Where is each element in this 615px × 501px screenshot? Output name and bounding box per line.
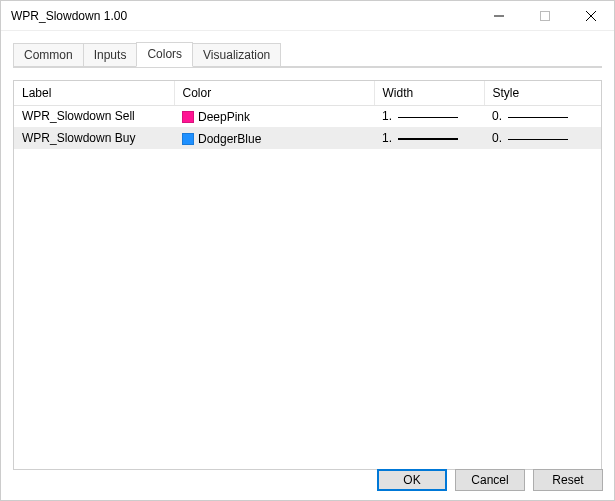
title-bar: WPR_Slowdown 1.00 xyxy=(1,1,614,31)
reset-button[interactable]: Reset xyxy=(533,469,603,491)
line-width-sample-icon xyxy=(398,117,458,118)
colors-grid[interactable]: Label Color Width Style WPR_Slowdown Sel… xyxy=(13,80,602,470)
style-value: 0. xyxy=(492,131,502,145)
cell-style[interactable]: 0. xyxy=(484,106,601,128)
width-value: 1. xyxy=(382,131,392,145)
line-style-sample-icon xyxy=(508,117,568,118)
ok-button[interactable]: OK xyxy=(377,469,447,491)
cell-label: WPR_Slowdown Buy xyxy=(14,127,174,149)
cell-style[interactable]: 0. xyxy=(484,127,601,149)
tab-colors[interactable]: Colors xyxy=(136,42,193,67)
cell-width[interactable]: 1. xyxy=(374,127,484,149)
dialog-footer: OK Cancel Reset xyxy=(377,469,603,491)
tab-strip: Common Inputs Colors Visualization xyxy=(1,31,614,66)
col-header-color[interactable]: Color xyxy=(174,81,374,106)
width-value: 1. xyxy=(382,109,392,123)
tab-common[interactable]: Common xyxy=(13,43,84,67)
col-header-width[interactable]: Width xyxy=(374,81,484,106)
cell-label: WPR_Slowdown Sell xyxy=(14,106,174,128)
table-row[interactable]: WPR_Slowdown Sell DeepPink 1. 0. xyxy=(14,106,601,128)
maximize-button xyxy=(522,1,568,31)
col-header-label[interactable]: Label xyxy=(14,81,174,106)
close-button[interactable] xyxy=(568,1,614,31)
svg-rect-1 xyxy=(541,11,550,20)
table-row[interactable]: WPR_Slowdown Buy DodgerBlue 1. 0. xyxy=(14,127,601,149)
line-style-sample-icon xyxy=(508,139,568,140)
grid-header-row: Label Color Width Style xyxy=(14,81,601,106)
tab-inputs[interactable]: Inputs xyxy=(83,43,138,67)
tab-visualization[interactable]: Visualization xyxy=(192,43,281,67)
cell-color[interactable]: DeepPink xyxy=(174,106,374,128)
cell-color[interactable]: DodgerBlue xyxy=(174,127,374,149)
col-header-style[interactable]: Style xyxy=(484,81,601,106)
cell-width[interactable]: 1. xyxy=(374,106,484,128)
color-swatch-icon xyxy=(182,111,194,123)
color-swatch-icon xyxy=(182,133,194,145)
color-name: DeepPink xyxy=(198,110,250,124)
style-value: 0. xyxy=(492,109,502,123)
tab-content: Label Color Width Style WPR_Slowdown Sel… xyxy=(1,68,614,482)
cancel-button[interactable]: Cancel xyxy=(455,469,525,491)
window-title: WPR_Slowdown 1.00 xyxy=(11,9,476,23)
line-width-sample-icon xyxy=(398,138,458,140)
color-name: DodgerBlue xyxy=(198,132,261,146)
minimize-button[interactable] xyxy=(476,1,522,31)
